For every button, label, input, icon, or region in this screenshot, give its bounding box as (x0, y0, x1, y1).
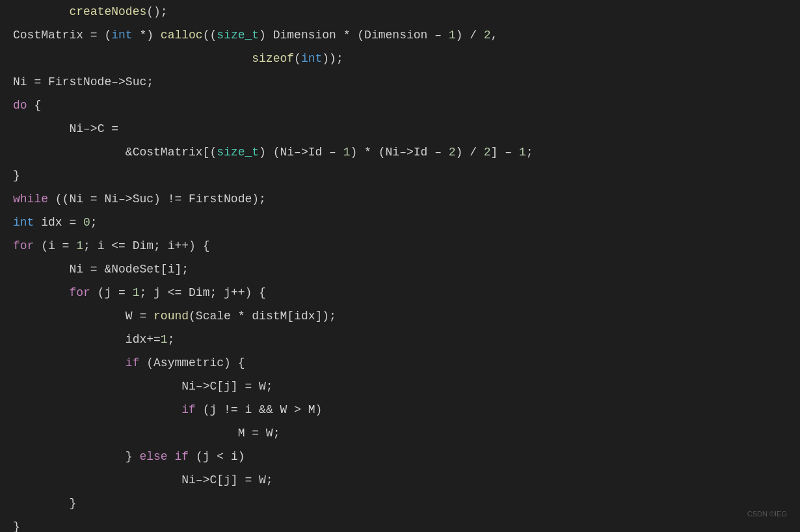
code-line: do { (13, 94, 787, 117)
code-token: ; i <= Dim; i++) { (83, 234, 209, 258)
code-token: } (13, 164, 20, 187)
code-token: calloc (161, 23, 203, 47)
code-token: 0 (83, 211, 90, 234)
code-line: int idx = 0; (13, 211, 787, 234)
code-token (13, 468, 181, 492)
code-token: 2 (484, 140, 491, 164)
code-token: if (174, 445, 189, 468)
code-token: int (301, 47, 322, 70)
code-line: Ni–>C[j] = W; (13, 375, 787, 398)
code-token: *) (133, 23, 161, 47)
code-line: Ni–>C[j] = W; (13, 468, 787, 492)
code-token: 1 (343, 140, 351, 164)
code-token: 1 (449, 23, 456, 47)
code-token (13, 421, 238, 445)
code-token (13, 492, 69, 515)
code-line: Ni = FirstNode–>Suc; (13, 70, 787, 94)
code-token: createNodes (69, 0, 146, 23)
code-line: for (j = 1; j <= Dim; j++) { (13, 281, 787, 304)
code-token: Ni–>C = (69, 117, 118, 140)
code-token: &CostMatrix[( (126, 140, 217, 164)
code-line: W = round(Scale * distM[idx]); (13, 304, 787, 328)
code-token: (j = (90, 281, 133, 304)
code-token (13, 445, 126, 468)
code-token: if (126, 351, 140, 375)
code-token: if (181, 398, 196, 421)
code-line: } (13, 492, 787, 515)
code-token (13, 281, 69, 304)
code-token: ; (168, 328, 175, 351)
code-token: (); (146, 0, 167, 23)
code-token: ; (526, 140, 533, 164)
code-token: ((Ni = Ni–>Suc) != FirstNode); (48, 187, 266, 211)
code-token: ) / (456, 140, 484, 164)
code-token: } (13, 515, 20, 532)
code-token: (j != i && W > M) (196, 398, 322, 421)
code-token: 1 (519, 140, 526, 164)
code-token: idx = (34, 211, 83, 234)
code-token: W = (126, 304, 153, 328)
watermark: CSDN ©IEG (747, 502, 787, 525)
code-token: int (111, 23, 132, 47)
code-token: ) * (Ni–>Id – (351, 140, 449, 164)
code-line: } else if (j < i) (13, 445, 787, 468)
code-line: &CostMatrix[(size_t) (Ni–>Id – 1) * (Ni–… (13, 140, 787, 164)
code-token: Ni–>C[j] = W; (181, 468, 273, 492)
code-line: for (i = 1; i <= Dim; i++) { (13, 234, 787, 258)
code-line: if (Asymmetric) { (13, 351, 787, 375)
code-token: 2 (449, 140, 456, 164)
code-token (13, 398, 181, 421)
code-token (13, 47, 252, 70)
code-token: (Scale * distM[idx]); (189, 304, 336, 328)
code-token: do (13, 94, 27, 117)
code-token: round (153, 304, 189, 328)
code-token: (Asymmetric) { (139, 351, 245, 375)
code-token (168, 445, 175, 468)
code-token: (j < i) (189, 445, 245, 468)
code-token: int (13, 211, 34, 234)
code-token (13, 328, 126, 351)
code-line: idx+=1; (13, 328, 787, 351)
code-line: CostMatrix = (int *) calloc((size_t) Dim… (13, 23, 787, 47)
code-token (13, 375, 181, 398)
code-token: } (69, 492, 76, 515)
code-token (13, 117, 69, 140)
code-token: size_t (217, 23, 259, 47)
code-token: } (126, 445, 140, 468)
code-token: 1 (76, 234, 83, 258)
code-token: ; (90, 211, 98, 234)
code-token: 1 (133, 281, 140, 304)
code-token: idx+= (126, 328, 161, 351)
code-token: ) (Ni–>Id – (259, 140, 343, 164)
code-token: Ni–>C[j] = W; (181, 375, 273, 398)
code-token (13, 0, 69, 23)
code-token: )); (322, 47, 343, 70)
code-token: (( (203, 23, 217, 47)
code-token: ] – (491, 140, 519, 164)
code-token: size_t (217, 140, 259, 164)
code-token: (i = (34, 234, 76, 258)
code-token (13, 140, 126, 164)
code-token (13, 304, 126, 328)
code-token: else (139, 445, 167, 468)
code-block: createNodes();CostMatrix = (int *) callo… (13, 0, 787, 532)
code-token: { (27, 94, 42, 117)
code-token: 1 (161, 328, 168, 351)
code-token: 2 (484, 23, 491, 47)
code-line: } (13, 164, 787, 187)
code-line: if (j != i && W > M) (13, 398, 787, 421)
code-token: ) / (456, 23, 484, 47)
code-token: M = W; (238, 421, 280, 445)
code-line: } (13, 515, 787, 532)
code-token: ; j <= Dim; j++) { (139, 281, 265, 304)
code-line: sizeof(int)); (13, 47, 787, 70)
code-token: for (69, 281, 90, 304)
code-token: ) Dimension * (Dimension – (259, 23, 449, 47)
code-line: Ni–>C = (13, 117, 787, 140)
code-token: ( (294, 47, 301, 70)
code-line: Ni = &NodeSet[i]; (13, 258, 787, 281)
code-token: while (13, 187, 48, 211)
code-line: while ((Ni = Ni–>Suc) != FirstNode); (13, 187, 787, 211)
code-token: , (491, 23, 498, 47)
code-line: createNodes(); (13, 0, 787, 23)
